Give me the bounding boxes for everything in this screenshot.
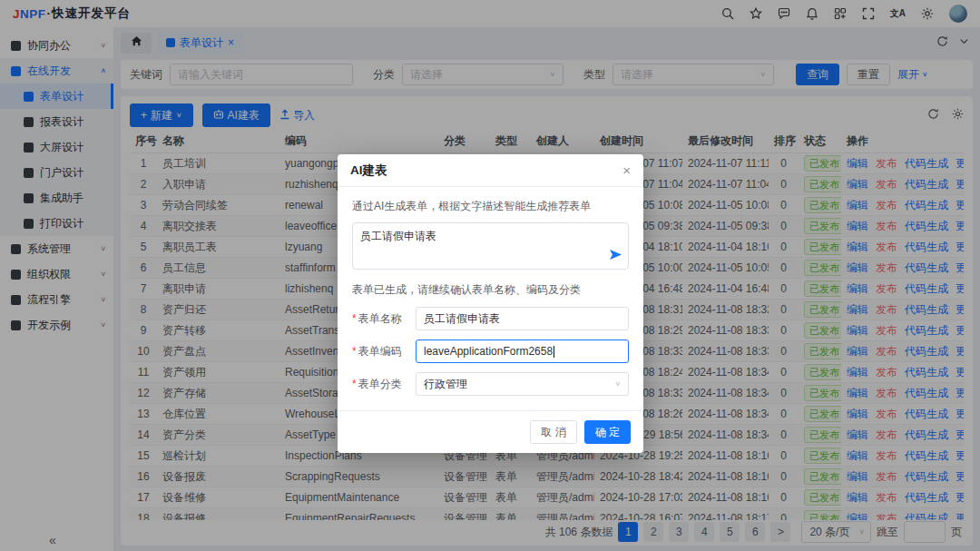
form-name-input[interactable]: 员工请假申请表 (416, 307, 629, 330)
form-category-select[interactable]: 行政管理∨ (416, 372, 629, 396)
form-code-input[interactable]: leaveApplicationForm2658 (416, 339, 629, 363)
chevron-down-icon: ∨ (614, 380, 621, 388)
send-icon[interactable] (610, 250, 622, 262)
form-name-label: *表单名称 (352, 311, 416, 327)
cancel-button[interactable]: 取 消 (530, 420, 576, 444)
form-code-label: *表单编码 (352, 344, 416, 359)
form-category-label: *表单分类 (352, 377, 416, 392)
generated-note: 表单已生成，请继续确认表单名称、编码及分类 (352, 282, 629, 298)
close-icon[interactable]: × (622, 163, 631, 177)
app-window: JNPF·快速开发平台 文A 协同办公∨在线开发∧表单设计报表设计大屏设计门户设… (0, 0, 980, 551)
text-caret (554, 346, 554, 358)
ai-prompt-textarea[interactable]: 员工请假申请表 (352, 222, 629, 270)
confirm-button[interactable]: 确 定 (584, 420, 631, 444)
dialog-description: 通过AI生成表单，根据文字描述智能生成推荐表单 (352, 199, 629, 214)
ai-create-table-dialog: AI建表 × 通过AI生成表单，根据文字描述智能生成推荐表单 员工请假申请表 表… (338, 154, 643, 453)
dialog-title: AI建表 (350, 162, 387, 179)
